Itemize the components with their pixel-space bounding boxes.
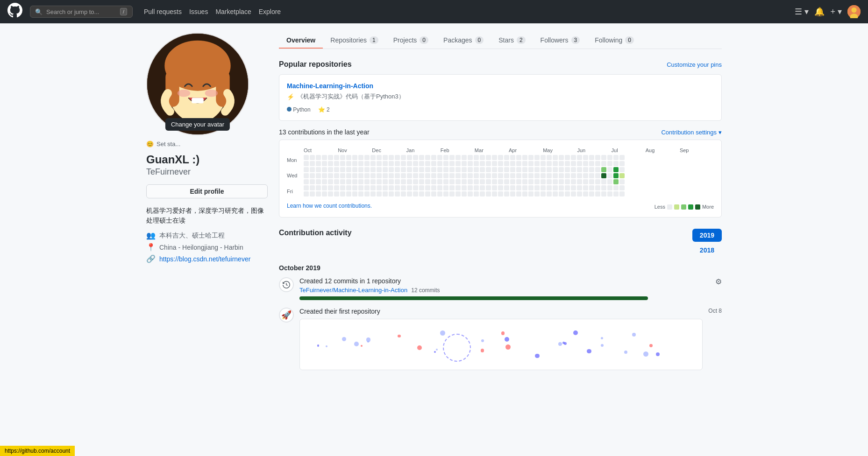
- graph-day[interactable]: [553, 173, 558, 178]
- graph-day[interactable]: [504, 167, 509, 172]
- graph-day[interactable]: [486, 167, 491, 172]
- graph-day[interactable]: [619, 167, 625, 172]
- graph-day[interactable]: [431, 161, 436, 166]
- hamburger-menu-icon[interactable]: ☰ ▾: [795, 7, 809, 17]
- graph-day[interactable]: [340, 191, 345, 196]
- graph-day[interactable]: [346, 173, 351, 178]
- graph-day[interactable]: [328, 155, 333, 160]
- graph-day[interactable]: [601, 191, 606, 196]
- tab-packages[interactable]: Packages 0: [436, 33, 491, 49]
- graph-day[interactable]: [443, 161, 448, 166]
- graph-day[interactable]: [437, 173, 442, 178]
- graph-day[interactable]: [516, 185, 521, 190]
- graph-day[interactable]: [522, 167, 527, 172]
- graph-day[interactable]: [340, 173, 345, 178]
- graph-day[interactable]: [389, 185, 394, 190]
- graph-day[interactable]: [613, 179, 619, 184]
- graph-day[interactable]: [346, 167, 351, 172]
- graph-day[interactable]: [328, 191, 333, 196]
- graph-day[interactable]: [547, 161, 552, 166]
- graph-day[interactable]: [462, 161, 467, 166]
- graph-day[interactable]: [474, 179, 479, 184]
- graph-day[interactable]: [340, 179, 345, 184]
- graph-day[interactable]: [437, 185, 442, 190]
- graph-day[interactable]: [492, 185, 497, 190]
- graph-day[interactable]: [304, 173, 309, 178]
- graph-day[interactable]: [437, 179, 442, 184]
- graph-day[interactable]: [316, 191, 321, 196]
- graph-day[interactable]: [328, 185, 333, 190]
- graph-day[interactable]: [553, 167, 558, 172]
- graph-day[interactable]: [492, 179, 497, 184]
- graph-day[interactable]: [310, 155, 315, 160]
- graph-day[interactable]: [334, 191, 339, 196]
- graph-day[interactable]: [619, 191, 625, 196]
- graph-day[interactable]: [492, 161, 497, 166]
- graph-day[interactable]: [419, 155, 424, 160]
- search-input[interactable]: [46, 8, 116, 15]
- graph-day[interactable]: [559, 167, 564, 172]
- user-avatar-nav[interactable]: [847, 5, 861, 18]
- graph-day[interactable]: [480, 161, 485, 166]
- graph-day[interactable]: [595, 167, 600, 172]
- search-box[interactable]: 🔍 /: [30, 6, 133, 18]
- graph-day[interactable]: [528, 167, 534, 172]
- graph-day[interactable]: [389, 155, 394, 160]
- graph-day[interactable]: [407, 173, 412, 178]
- graph-day[interactable]: [370, 185, 376, 190]
- tab-overview[interactable]: Overview: [279, 33, 323, 49]
- graph-day[interactable]: [607, 179, 612, 184]
- graph-day[interactable]: [304, 161, 309, 166]
- graph-day[interactable]: [510, 161, 515, 166]
- graph-day[interactable]: [455, 161, 461, 166]
- graph-day[interactable]: [553, 191, 558, 196]
- graph-day[interactable]: [522, 191, 527, 196]
- graph-day[interactable]: [522, 185, 527, 190]
- graph-day[interactable]: [358, 173, 363, 178]
- graph-day[interactable]: [389, 167, 394, 172]
- graph-day[interactable]: [401, 173, 406, 178]
- graph-day[interactable]: [449, 155, 455, 160]
- graph-day[interactable]: [383, 185, 388, 190]
- graph-day[interactable]: [553, 155, 558, 160]
- graph-day[interactable]: [346, 155, 351, 160]
- graph-day[interactable]: [316, 173, 321, 178]
- graph-day[interactable]: [449, 161, 455, 166]
- graph-day[interactable]: [383, 155, 388, 160]
- graph-day[interactable]: [383, 161, 388, 166]
- graph-day[interactable]: [565, 173, 570, 178]
- graph-day[interactable]: [583, 191, 588, 196]
- graph-day[interactable]: [474, 191, 479, 196]
- graph-day[interactable]: [516, 191, 521, 196]
- graph-day[interactable]: [455, 167, 461, 172]
- graph-day[interactable]: [541, 173, 546, 178]
- graph-day[interactable]: [559, 161, 564, 166]
- graph-day[interactable]: [565, 185, 570, 190]
- graph-day[interactable]: [534, 173, 540, 178]
- graph-day[interactable]: [607, 173, 612, 178]
- graph-day[interactable]: [577, 167, 582, 172]
- graph-day[interactable]: [498, 173, 503, 178]
- graph-day[interactable]: [462, 173, 467, 178]
- graph-day[interactable]: [322, 167, 327, 172]
- website-link[interactable]: https://blog.csdn.net/tefuirnever: [159, 255, 250, 263]
- graph-day[interactable]: [504, 185, 509, 190]
- graph-day[interactable]: [589, 155, 594, 160]
- graph-day[interactable]: [370, 191, 376, 196]
- graph-day[interactable]: [310, 173, 315, 178]
- graph-day[interactable]: [431, 179, 436, 184]
- graph-day[interactable]: [595, 155, 600, 160]
- graph-day[interactable]: [541, 167, 546, 172]
- graph-day[interactable]: [480, 179, 485, 184]
- graph-day[interactable]: [377, 191, 382, 196]
- graph-day[interactable]: [437, 161, 442, 166]
- graph-day[interactable]: [413, 179, 418, 184]
- graph-day[interactable]: [541, 155, 546, 160]
- graph-day[interactable]: [401, 161, 406, 166]
- graph-day[interactable]: [468, 155, 473, 160]
- graph-day[interactable]: [395, 179, 400, 184]
- graph-day[interactable]: [571, 179, 576, 184]
- graph-day[interactable]: [559, 173, 564, 178]
- graph-day[interactable]: [607, 155, 612, 160]
- graph-day[interactable]: [395, 161, 400, 166]
